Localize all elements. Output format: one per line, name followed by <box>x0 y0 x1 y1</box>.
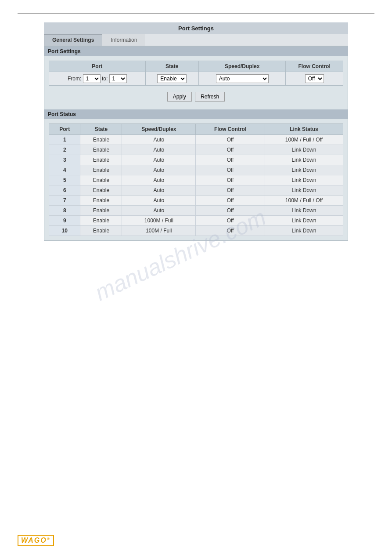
state-cell: Enable <box>80 206 122 216</box>
buttons-row: Apply Refresh <box>49 89 343 105</box>
port-cell: 10 <box>49 226 80 236</box>
state-cell: Enable <box>80 175 122 185</box>
col-header-flow-control: Flow Control <box>286 61 343 72</box>
flow-control-select[interactable]: OffOn <box>305 74 324 83</box>
speed-duplex-cell: Auto <box>122 165 196 175</box>
status-col-speed-duplex: Speed/Duplex <box>122 124 196 135</box>
speed-duplex-cell: Auto <box>122 155 196 165</box>
table-row: 7EnableAutoOff100M / Full / Off <box>49 196 343 206</box>
flow-control-cell: Off <box>196 185 265 196</box>
table-row: 8EnableAutoOffLink Down <box>49 206 343 216</box>
refresh-button[interactable]: Refresh <box>195 92 225 102</box>
controls-table: Port State Speed/Duplex Flow Control Fro… <box>49 61 343 86</box>
status-col-flow-control: Flow Control <box>196 124 265 135</box>
link-status-cell: Link Down <box>265 206 343 216</box>
status-col-state: State <box>80 124 122 135</box>
settings-container: Port Settings Port State Speed/Duplex Fl… <box>44 46 348 241</box>
link-status-cell: Link Down <box>265 165 343 175</box>
link-status-cell: Link Down <box>265 155 343 165</box>
state-cell: Enable <box>80 185 122 196</box>
speed-duplex-cell: Auto <box>122 145 196 155</box>
speed-duplex-cell: Auto <box>122 196 196 206</box>
link-status-cell: Link Down <box>265 145 343 155</box>
table-row: 2EnableAutoOffLink Down <box>49 145 343 155</box>
flow-control-cell: Off <box>196 165 265 175</box>
page-title: Port Settings <box>44 22 348 34</box>
flow-control-cell: Off <box>196 145 265 155</box>
port-cell: 2 <box>49 145 80 155</box>
port-settings-section-header: Port Settings <box>44 47 348 56</box>
port-status-section-header: Port Status <box>44 109 348 119</box>
port-range-cell: From: 12345 678910 to: 12345 678910 <box>49 72 146 86</box>
col-header-state: State <box>145 61 199 72</box>
flow-control-cell: Off <box>196 216 265 226</box>
table-row: 1EnableAutoOff100M / Full / Off <box>49 135 343 145</box>
port-cell: 4 <box>49 165 80 175</box>
tabs-bar: General Settings Information <box>44 34 348 46</box>
speed-duplex-cell: Auto 10M / Half 10M / Full 100M / Half 1… <box>199 72 286 86</box>
port-cell: 5 <box>49 175 80 185</box>
col-header-speed-duplex: Speed/Duplex <box>199 61 286 72</box>
state-cell: EnableDisable <box>145 72 199 86</box>
flow-control-cell: Off <box>196 135 265 145</box>
flow-control-cell: Off <box>196 196 265 206</box>
link-status-cell: Link Down <box>265 216 343 226</box>
link-status-cell: Link Down <box>265 185 343 196</box>
table-row: 5EnableAutoOffLink Down <box>49 175 343 185</box>
table-row: 3EnableAutoOffLink Down <box>49 155 343 165</box>
flow-control-cell: Off <box>196 175 265 185</box>
table-row: 9Enable1000M / FullOffLink Down <box>49 216 343 226</box>
state-cell: Enable <box>80 155 122 165</box>
port-cell: 6 <box>49 185 80 196</box>
speed-duplex-cell: Auto <box>122 185 196 196</box>
speed-duplex-select[interactable]: Auto 10M / Half 10M / Full 100M / Half 1… <box>216 74 269 83</box>
status-col-link-status: Link Status <box>265 124 343 135</box>
flow-control-cell: Off <box>196 206 265 216</box>
to-label: to: <box>102 76 108 82</box>
port-settings-controls: Port State Speed/Duplex Flow Control Fro… <box>44 56 348 109</box>
status-col-port: Port <box>49 124 80 135</box>
flow-control-cell: OffOn <box>286 72 343 86</box>
speed-duplex-cell: Auto <box>122 135 196 145</box>
port-cell: 7 <box>49 196 80 206</box>
port-status-area: Port State Speed/Duplex Flow Control Lin… <box>44 119 348 240</box>
link-status-cell: Link Down <box>265 226 343 236</box>
table-row: 10Enable100M / FullOffLink Down <box>49 226 343 236</box>
state-select[interactable]: EnableDisable <box>157 74 187 83</box>
speed-duplex-cell: Auto <box>122 206 196 216</box>
tab-general-settings[interactable]: General Settings <box>44 34 102 46</box>
col-header-port: Port <box>49 61 146 72</box>
state-cell: Enable <box>80 145 122 155</box>
port-cell: 3 <box>49 155 80 165</box>
table-row: 6EnableAutoOffLink Down <box>49 185 343 196</box>
from-label: From: <box>68 76 81 82</box>
apply-button[interactable]: Apply <box>167 92 192 102</box>
tab-information[interactable]: Information <box>102 34 145 46</box>
flow-control-cell: Off <box>196 155 265 165</box>
link-status-cell: 100M / Full / Off <box>265 196 343 206</box>
link-status-cell: 100M / Full / Off <box>265 135 343 145</box>
state-cell: Enable <box>80 165 122 175</box>
wago-logo-text: WAGO® <box>18 535 54 546</box>
table-row: 4EnableAutoOffLink Down <box>49 165 343 175</box>
port-status-table: Port State Speed/Duplex Flow Control Lin… <box>49 123 343 236</box>
link-status-cell: Link Down <box>265 175 343 185</box>
state-cell: Enable <box>80 216 122 226</box>
from-select[interactable]: 12345 678910 <box>83 74 101 83</box>
port-cell: 8 <box>49 206 80 216</box>
flow-control-cell: Off <box>196 226 265 236</box>
controls-row: From: 12345 678910 to: 12345 678910 <box>49 72 343 86</box>
port-cell: 9 <box>49 216 80 226</box>
footer-logo: WAGO® <box>18 535 54 546</box>
speed-duplex-cell: Auto <box>122 175 196 185</box>
speed-duplex-cell: 1000M / Full <box>122 216 196 226</box>
to-select[interactable]: 12345 678910 <box>109 74 127 83</box>
state-cell: Enable <box>80 135 122 145</box>
speed-duplex-cell: 100M / Full <box>122 226 196 236</box>
state-cell: Enable <box>80 196 122 206</box>
state-cell: Enable <box>80 226 122 236</box>
port-cell: 1 <box>49 135 80 145</box>
